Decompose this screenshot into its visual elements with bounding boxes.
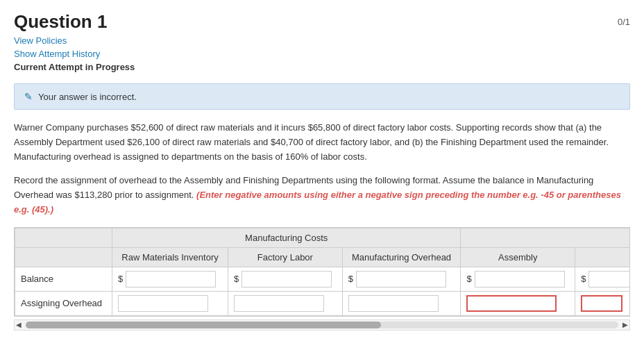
problem-paragraph-2: Record the assignment of overhead to the… [14,174,630,217]
dollar-sign-1: $ [118,274,124,284]
cost-table-container: Manufacturing Costs Raw Materials Invent… [14,227,630,317]
balance-assembly-input[interactable] [475,271,565,288]
assigning-extra-cell [575,291,630,315]
assigning-overhead-label: Assigning Overhead [15,291,112,315]
sub-header-row: Raw Materials Inventory Factory Labor Ma… [15,247,631,267]
work-in-process-header [461,228,630,247]
balance-raw-materials-input[interactable] [126,271,216,288]
scrollbar-thumb [26,322,381,328]
assigning-raw-materials-cell [112,291,228,315]
dollar-sign-2: $ [234,274,240,284]
balance-label: Balance [15,267,112,291]
balance-mfg-overhead-input[interactable] [356,271,446,288]
manufacturing-costs-header: Manufacturing Costs [112,228,461,247]
balance-mfg-overhead-cell: $ [342,267,461,291]
dollar-sign-4: $ [466,274,473,284]
assigning-factory-labor-input[interactable] [234,295,324,312]
assigning-extra-input[interactable] [581,295,622,312]
assigning-assembly-input[interactable] [466,295,557,312]
balance-extra-cell: $ [575,267,630,291]
horizontal-scrollbar[interactable]: ◀ ▶ [14,319,630,331]
dollar-sign-5: $ [581,274,587,284]
incorrect-text: Your answer is incorrect. [38,92,137,102]
balance-raw-materials-cell: $ [112,267,228,291]
sub-header-assembly: Assembly [461,247,575,267]
incorrect-banner: ✎ Your answer is incorrect. [14,83,630,110]
empty-header-0 [15,228,112,247]
scroll-left-arrow[interactable]: ◀ [16,321,22,328]
question-title: Question 1 [14,11,107,33]
cost-table: Manufacturing Costs Raw Materials Invent… [15,228,630,316]
current-attempt-label: Current Attempt in Progress [14,62,630,72]
balance-assembly-cell: $ [461,267,575,291]
sub-header-extra [575,247,630,267]
group-header-row: Manufacturing Costs [15,228,631,247]
balance-row: Balance $ $ [15,267,631,291]
score-label: 0/1 [618,11,630,27]
assigning-overhead-row: Assigning Overhead [15,291,631,315]
balance-factory-labor-input[interactable] [242,271,332,288]
problem-paragraph-1: Warner Company purchases $52,600 of dire… [14,121,630,164]
assigning-assembly-cell [461,291,575,315]
assigning-mfg-overhead-cell [342,291,461,315]
scrollbar-track [26,322,618,328]
view-policies-link[interactable]: View Policies [14,35,630,46]
pencil-icon: ✎ [24,91,33,102]
sub-header-empty [15,247,112,267]
show-attempt-history-link[interactable]: Show Attempt History [14,49,630,59]
assigning-factory-labor-cell [228,291,342,315]
sub-header-mfg-overhead: Manufacturing Overhead [342,247,461,267]
sub-header-factory-labor: Factory Labor [228,247,342,267]
assigning-mfg-overhead-input[interactable] [348,295,439,312]
assigning-raw-materials-input[interactable] [118,295,208,312]
scroll-right-arrow[interactable]: ▶ [622,321,628,328]
balance-factory-labor-cell: $ [228,267,342,291]
balance-extra-input[interactable] [588,271,630,288]
sub-header-raw-materials: Raw Materials Inventory [112,247,228,267]
dollar-sign-3: $ [348,274,355,284]
